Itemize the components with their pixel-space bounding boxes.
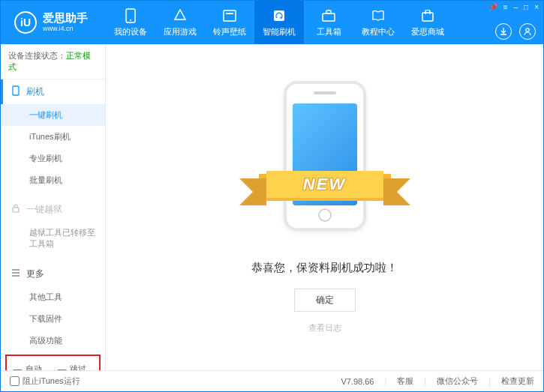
nav-flash[interactable]: 智能刷机 xyxy=(254,1,304,44)
nav-toolbox[interactable]: 工具箱 xyxy=(304,1,353,44)
ok-button[interactable]: 确定 xyxy=(294,289,356,312)
book-icon xyxy=(371,8,386,23)
svg-rect-2 xyxy=(224,10,236,21)
sidebar-item-pro-flash[interactable]: 专业刷机 xyxy=(1,148,105,169)
checkbox-skip-guide[interactable]: 跳过向导 xyxy=(57,364,94,370)
svg-rect-4 xyxy=(274,10,284,21)
svg-point-8 xyxy=(526,28,529,31)
nav-ringtones[interactable]: 铃声壁纸 xyxy=(205,1,254,44)
sidebar: 设备连接状态：正常模式 刷机 一键刷机 iTunes刷机 专业刷机 批量刷机 一… xyxy=(1,44,106,370)
nav-label: 我的设备 xyxy=(114,26,147,37)
sidebar-item-other-tools[interactable]: 其他工具 xyxy=(1,286,105,308)
svg-rect-10 xyxy=(13,208,19,212)
svg-point-1 xyxy=(130,19,131,21)
nav-label: 教程中心 xyxy=(362,26,395,37)
check-update-link[interactable]: 检查更新 xyxy=(501,376,534,387)
section-flash[interactable]: 刷机 xyxy=(1,79,105,104)
app-name: 爱思助手 xyxy=(43,12,88,24)
logo: iU 爱思助手 www.i4.cn xyxy=(1,11,106,34)
pin-button[interactable]: 📌 xyxy=(488,3,497,11)
sidebar-item-oneclick-flash[interactable]: 一键刷机 xyxy=(1,104,105,126)
app-site: www.i4.cn xyxy=(43,24,88,33)
nav-label: 爱思商城 xyxy=(411,26,444,37)
phone-icon xyxy=(11,85,22,98)
sidebar-item-batch-flash[interactable]: 批量刷机 xyxy=(1,169,105,191)
window-controls: 📌 ≡ – □ × xyxy=(488,3,539,11)
nav-label: 铃声壁纸 xyxy=(213,26,246,37)
sidebar-item-advanced[interactable]: 高级功能 xyxy=(1,330,105,352)
nav-tutorials[interactable]: 教程中心 xyxy=(353,1,403,44)
header-actions xyxy=(495,23,536,40)
version-label: V7.98.66 xyxy=(341,377,374,386)
footer: 阻止iTunes运行 V7.98.66 | 客服 | 微信公众号 | 检查更新 xyxy=(1,370,543,391)
checkbox-auto-activate[interactable]: 自动激活 xyxy=(13,364,50,370)
top-nav: 我的设备 应用游戏 铃声壁纸 智能刷机 工具箱 教程中心 xyxy=(106,1,452,44)
sidebar-item-itunes-flash[interactable]: iTunes刷机 xyxy=(1,126,105,148)
body: 设备连接状态：正常模式 刷机 一键刷机 iTunes刷机 专业刷机 批量刷机 一… xyxy=(1,44,543,370)
wechat-link[interactable]: 微信公众号 xyxy=(437,376,478,387)
new-ribbon: NEW xyxy=(259,174,391,201)
connection-status: 设备连接状态：正常模式 xyxy=(1,44,105,79)
illustration: NEW xyxy=(272,81,377,238)
close-button[interactable]: × xyxy=(534,3,539,11)
svg-rect-7 xyxy=(422,13,433,21)
section-more[interactable]: 更多 xyxy=(1,262,105,286)
minimize-button[interactable]: – xyxy=(514,3,518,11)
nav-label: 应用游戏 xyxy=(164,26,197,37)
sidebar-item-download-fw[interactable]: 下载固件 xyxy=(1,308,105,330)
phone-icon xyxy=(123,8,138,23)
lock-icon xyxy=(11,204,22,215)
toolbox-icon xyxy=(321,8,336,23)
apps-icon xyxy=(173,8,188,23)
flash-icon xyxy=(272,8,287,23)
user-button[interactable] xyxy=(519,23,536,40)
main-content: NEW 恭喜您，保资料刷机成功啦！ 确定 查看日志 xyxy=(106,44,543,370)
app-window: iU 爱思助手 www.i4.cn 我的设备 应用游戏 铃声壁纸 智能刷机 xyxy=(0,0,544,392)
nav-label: 智能刷机 xyxy=(263,26,296,37)
sidebar-item-jailbreak-note: 越狱工具已转移至工具箱 xyxy=(1,222,105,256)
nav-label: 工具箱 xyxy=(317,26,341,37)
options-highlight: 自动激活 跳过向导 xyxy=(5,355,101,370)
success-message: 恭喜您，保资料刷机成功啦！ xyxy=(251,261,398,275)
support-link[interactable]: 客服 xyxy=(397,376,413,387)
header: iU 爱思助手 www.i4.cn 我的设备 应用游戏 铃声壁纸 智能刷机 xyxy=(1,1,543,44)
maximize-button[interactable]: □ xyxy=(524,3,528,11)
nav-store[interactable]: 爱思商城 xyxy=(403,1,452,44)
svg-rect-9 xyxy=(13,86,19,95)
nav-my-device[interactable]: 我的设备 xyxy=(106,1,155,44)
view-log-link[interactable]: 查看日志 xyxy=(308,322,341,334)
menu-button[interactable]: ≡ xyxy=(503,3,508,11)
wallpaper-icon xyxy=(222,8,237,23)
svg-rect-6 xyxy=(326,10,331,13)
section-jailbreak[interactable]: 一键越狱 xyxy=(1,197,105,222)
svg-rect-5 xyxy=(323,13,335,21)
store-icon xyxy=(420,8,435,23)
checkbox-block-itunes[interactable]: 阻止iTunes运行 xyxy=(10,376,80,387)
nav-apps[interactable]: 应用游戏 xyxy=(155,1,205,44)
logo-icon: iU xyxy=(14,11,37,34)
svg-rect-3 xyxy=(226,13,233,14)
download-button[interactable] xyxy=(495,23,512,40)
more-icon xyxy=(11,268,22,279)
